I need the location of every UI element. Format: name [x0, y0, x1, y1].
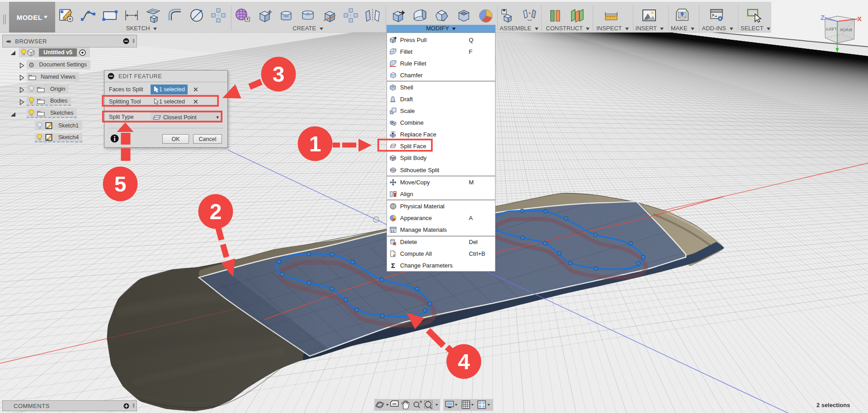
- svg-text:Z: Z: [821, 14, 825, 21]
- svg-text:X: X: [857, 15, 862, 23]
- svg-text:BACK: BACK: [840, 27, 852, 32]
- svg-text:LEFT: LEFT: [826, 27, 836, 32]
